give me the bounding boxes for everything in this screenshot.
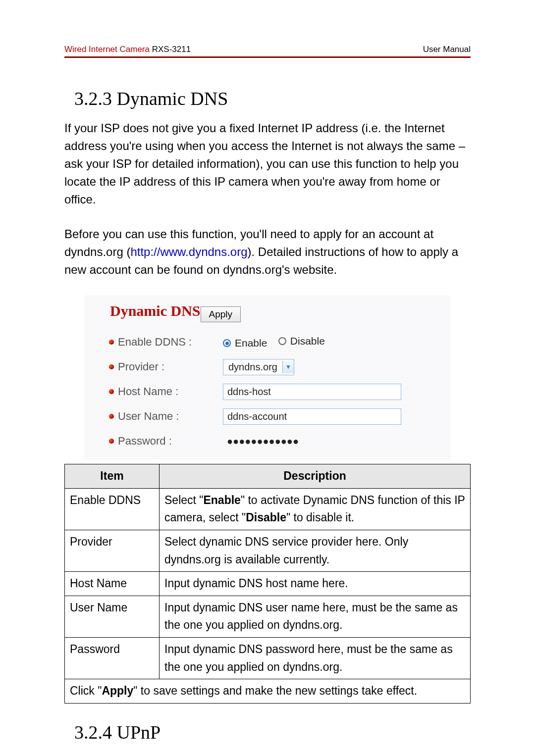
password-label-text: Password : xyxy=(118,435,172,448)
section-heading-ddns: 3.2.3 Dynamic DNS xyxy=(74,88,471,109)
bullet-icon xyxy=(109,389,114,394)
provider-label-text: Provider : xyxy=(118,360,164,373)
radio-dot-icon xyxy=(225,342,229,345)
enable-ddns-label: Enable DDNS : xyxy=(109,336,223,349)
cell-item: Host Name xyxy=(65,572,160,596)
bold-text: Disable xyxy=(246,511,286,524)
cell-item: Enable DDNS xyxy=(65,488,160,530)
enable-radio[interactable]: Enable xyxy=(223,337,267,349)
provider-select-value: dyndns.org xyxy=(223,359,282,375)
table-header-description: Description xyxy=(160,464,471,489)
user-name-label: User Name : xyxy=(109,410,223,423)
upnp-paragraph: When UPnP function is activated, all UPn… xyxy=(64,753,471,756)
cell-item: Password xyxy=(65,638,160,679)
password-input[interactable]: ●●●●●●●●●●●● xyxy=(223,434,401,449)
bullet-icon xyxy=(109,340,114,345)
model-number: RXS-3211 xyxy=(152,45,191,54)
ddns-intro-paragraph-1: If your ISP does not give you a fixed In… xyxy=(64,119,471,208)
bullet-icon xyxy=(109,364,114,369)
host-name-label-text: Host Name : xyxy=(118,385,178,398)
table-row: Click "Apply" to save settings and make … xyxy=(65,679,471,704)
cell-desc: Select dynamic DNS service provider here… xyxy=(160,530,471,571)
table-row: User Name Input dynamic DNS user name he… xyxy=(65,596,471,637)
apply-button[interactable]: Apply xyxy=(201,306,241,322)
enable-ddns-label-text: Enable DDNS : xyxy=(118,336,192,349)
dyndns-link[interactable]: http://www.dyndns.org xyxy=(130,245,247,258)
provider-label: Provider : xyxy=(109,360,223,373)
user-name-label-text: User Name : xyxy=(118,410,179,423)
host-name-input[interactable]: ddns-host xyxy=(223,384,401,400)
page-header: Wired Internet Camera RXS-3211 User Manu… xyxy=(64,45,471,58)
cell-desc: Select "Enable" to activate Dynamic DNS … xyxy=(160,488,471,530)
bold-text: Apply xyxy=(102,684,133,697)
text: Click " xyxy=(70,684,102,697)
radio-circle-icon xyxy=(223,339,231,347)
user-name-input[interactable]: ddns-account xyxy=(223,408,401,425)
bold-text: Enable xyxy=(203,494,240,506)
product-name: Wired Internet Camera xyxy=(64,45,152,54)
header-right: User Manual xyxy=(423,45,471,54)
table-row: Enable DDNS Select "Enable" to activate … xyxy=(65,488,471,530)
bullet-icon xyxy=(109,439,114,444)
cell-desc: Input dynamic DNS user name here, must b… xyxy=(160,596,471,637)
radio-circle-icon xyxy=(278,337,286,345)
enable-radio-label: Enable xyxy=(235,337,267,349)
cell-apply-note: Click "Apply" to save settings and make … xyxy=(65,679,471,704)
bullet-icon xyxy=(109,414,114,419)
header-left: Wired Internet Camera RXS-3211 xyxy=(64,45,191,54)
host-name-label: Host Name : xyxy=(109,385,223,398)
provider-select[interactable]: dyndns.org ▼ xyxy=(223,359,294,375)
text: " to disable it. xyxy=(286,511,354,524)
panel-title: Dynamic DNS xyxy=(110,302,201,319)
ddns-intro-paragraph-2: Before you can use this function, you'll… xyxy=(64,225,471,279)
table-header-item: Item xyxy=(65,464,160,489)
cell-desc: Input dynamic DNS host name here. xyxy=(160,572,471,596)
table-row: Provider Select dynamic DNS service prov… xyxy=(65,530,471,571)
disable-radio-label: Disable xyxy=(290,335,325,347)
table-row: Host Name Input dynamic DNS host name he… xyxy=(65,572,471,596)
ddns-description-table: Item Description Enable DDNS Select "Ena… xyxy=(64,464,471,704)
cell-item: Provider xyxy=(65,530,160,571)
section-heading-upnp: 3.2.4 UPnP xyxy=(74,721,471,743)
text: Select " xyxy=(164,494,203,506)
ddns-settings-panel: Dynamic DNS Apply Enable DDNS : Enable D… xyxy=(84,296,451,460)
cell-desc: Input dynamic DNS password here, must be… xyxy=(160,638,471,679)
table-row: Password Input dynamic DNS password here… xyxy=(65,638,471,679)
chevron-down-icon: ▼ xyxy=(282,360,294,373)
text: " to save settings and make the new sett… xyxy=(133,684,417,697)
cell-item: User Name xyxy=(65,596,160,637)
disable-radio[interactable]: Disable xyxy=(278,335,325,347)
password-label: Password : xyxy=(109,435,223,448)
